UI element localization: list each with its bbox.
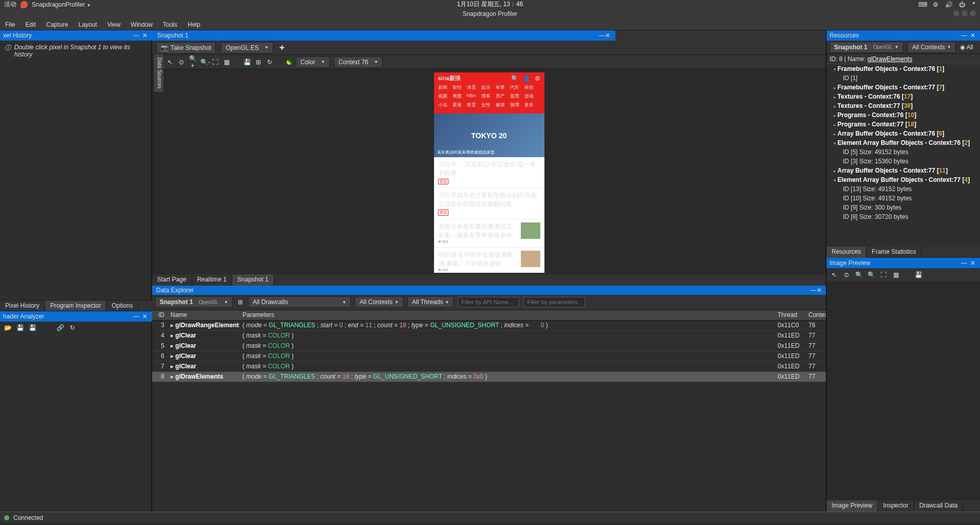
save-icon[interactable]: 💾 [16,324,24,331]
tree-node[interactable]: ID [9] Size: 300 bytes [826,203,980,212]
table-row[interactable]: 4▸ glClear( mask = COLOR )0x11ED77 [152,331,826,341]
tree-node[interactable]: ID [13] Size: 49152 bytes [826,184,980,194]
threads-filter[interactable]: All Threads ▼ [407,296,454,308]
close-panel-icon[interactable]: ✕ [969,259,977,267]
tree-node[interactable]: ID [5] Size: 49152 bytes [826,147,980,157]
network-icon[interactable]: ⚙ [932,1,939,8]
save-icon[interactable]: 💾 [243,59,251,66]
zoom-fit-icon[interactable]: ⛶ [212,59,219,66]
close-button[interactable] [970,10,976,16]
close-panel-icon[interactable]: ✕ [969,32,977,39]
close-panel-icon[interactable]: ✕ [141,313,149,320]
tree-node[interactable]: Programs - Context:77 [18] [826,120,980,129]
tree-node[interactable]: Programs - Context:76 [10] [826,110,980,120]
menu-tools[interactable]: Tools [158,21,182,28]
maximize-button[interactable] [962,10,968,16]
volume-icon[interactable]: 🔊 [945,1,952,8]
tree-icon[interactable]: ⊞ [237,298,244,306]
tab-resources[interactable]: Resources [826,247,866,258]
menu-capture[interactable]: Capture [41,21,73,28]
minimize-panel-icon[interactable]: — [959,32,969,39]
minimize-panel-icon[interactable]: — [811,287,817,294]
minimize-panel-icon[interactable]: — [959,259,969,267]
all-radio[interactable]: ◉ All [960,44,973,51]
zoom-in-icon[interactable]: 🔍 [855,271,862,278]
tree-node[interactable]: Array Buffer Objects - Context:77 [11] [826,166,980,175]
menu-help[interactable]: Help [182,21,205,28]
params-filter-input[interactable] [523,297,585,307]
minimize-button[interactable] [953,10,959,16]
menu-view[interactable]: View [102,21,126,28]
open-icon[interactable]: 📂 [4,324,11,331]
tree-node[interactable]: Element Array Buffer Objects - Context:7… [826,138,980,147]
context-select[interactable]: Context 76 ▼ [334,57,383,68]
tab-program-inspector[interactable]: Program Inspector [45,301,107,311]
tab-image-preview[interactable]: Image Preview [826,500,878,512]
tree-node[interactable]: Element Array Buffer Objects - Context:7… [826,175,980,184]
take-snapshot-button[interactable]: 📷 Take Snapshot [156,42,216,53]
tab-realtime-1[interactable]: Realtime 1 [192,274,232,286]
table-icon[interactable]: ⊞ [255,59,262,66]
tab-frame-stats[interactable]: Frame Statistics [866,247,921,258]
tab-snapshot-1[interactable]: Snapshot 1 — ✕ [152,30,615,41]
tree-node[interactable]: Textures - Context:77 [38] [826,101,980,110]
menu-window[interactable]: Window [126,21,158,28]
keyboard-icon[interactable]: ⌨ [918,1,926,8]
refresh-icon[interactable]: ↻ [266,59,273,66]
grid-icon[interactable]: ▦ [892,271,899,278]
table-row[interactable]: 3▸ glDrawRangeElements( mode = GL_TRIANG… [152,321,826,331]
resources-tree[interactable]: Framebuffer Objects - Context:76 [1]ID [… [826,64,980,247]
minimize-panel-icon[interactable]: — [131,32,141,39]
zoom-out-icon[interactable]: 🔍- [200,59,208,66]
res-snapshot-select[interactable]: Snapshot 1 OpenGL ▼ [830,42,903,53]
zoom-in-icon[interactable]: 🔍+ [189,55,196,69]
close-panel-icon[interactable]: ✕ [141,32,149,39]
tree-node[interactable]: ID [10] Size: 49152 bytes [826,194,980,203]
power-icon[interactable]: ⏻ [958,1,966,8]
table-row[interactable]: 7▸ glClear( mask = COLOR )0x11ED77 [152,362,826,372]
save-as-icon[interactable]: 💾 [29,324,36,331]
target-icon[interactable]: ⊙ [843,271,850,278]
refresh-icon[interactable]: ↻ [69,324,76,331]
tree-node[interactable]: Framebuffer Objects - Context:76 [1] [826,64,980,73]
tree-node[interactable]: Array Buffer Objects - Context:76 [6] [826,129,980,138]
add-icon[interactable]: ✚ [278,44,286,51]
zoom-fit-icon[interactable]: ⛶ [880,271,887,278]
menu-layout[interactable]: Layout [73,21,102,28]
tree-node[interactable]: ID [8] Size: 30720 bytes [826,212,980,221]
target-icon[interactable]: ⊙ [178,59,185,66]
menu-edit[interactable]: Edit [20,21,41,28]
tab-options[interactable]: Options [106,301,138,311]
link-icon[interactable]: 🔗 [56,324,64,331]
tree-node[interactable]: ID [1] [826,73,980,83]
snapshot-canvas[interactable]: sina新浪 🔍👤⚙ 新闻财经体育娱乐军事汽车科技视频美图NBA博客房产股票游戏… [152,69,826,274]
tab-inspector[interactable]: Inspector [878,500,914,512]
table-row[interactable]: 6▸ glClear( mask = COLOR )0x11ED77 [152,351,826,362]
cursor-icon[interactable]: ↖ [831,271,838,278]
color-select[interactable]: Color ▼ [296,57,330,68]
image-preview-canvas[interactable] [826,282,980,500]
tab-pixel-history[interactable]: Pixel History [0,301,45,311]
res-contexts-select[interactable]: All Contexts ▼ [908,42,956,53]
api-select[interactable]: OpenGL ES ▼ [221,42,273,53]
tab-start-page[interactable]: Start Page [152,274,192,286]
zoom-out-icon[interactable]: 🔍 [868,271,875,278]
app-menu[interactable]: SnapdragonProfiler ▼ [32,1,91,8]
grid-icon[interactable]: ▦ [223,59,230,66]
activities-label[interactable]: 活动 [4,0,16,9]
minimize-panel-icon[interactable]: — [599,32,605,39]
tree-node[interactable]: ID [3] Size: 15360 bytes [826,157,980,166]
chevron-down-icon[interactable]: ▼ [972,1,976,8]
cursor-icon[interactable]: ↖ [166,59,174,66]
tree-node[interactable]: Textures - Context:76 [17] [826,92,980,101]
table-row[interactable]: 8▸ glDrawElements( mode = GL_TRIANGLES ;… [152,372,826,382]
de-snapshot-select[interactable]: Snapshot 1 OpenGL ▼ [155,296,233,308]
data-sources-tab[interactable]: Data Sources [154,54,163,92]
close-panel-icon[interactable]: ✕ [605,32,610,39]
tab-drawcall-data[interactable]: Drawcall Data [914,500,964,512]
drawcalls-filter[interactable]: All Drawcalls▼ [248,296,351,308]
table-row[interactable]: 5▸ glClear( mask = COLOR )0x11ED77 [152,341,826,351]
close-panel-icon[interactable]: ✕ [817,287,822,294]
menu-file[interactable]: File [0,21,20,28]
minimize-panel-icon[interactable]: — [131,313,141,320]
